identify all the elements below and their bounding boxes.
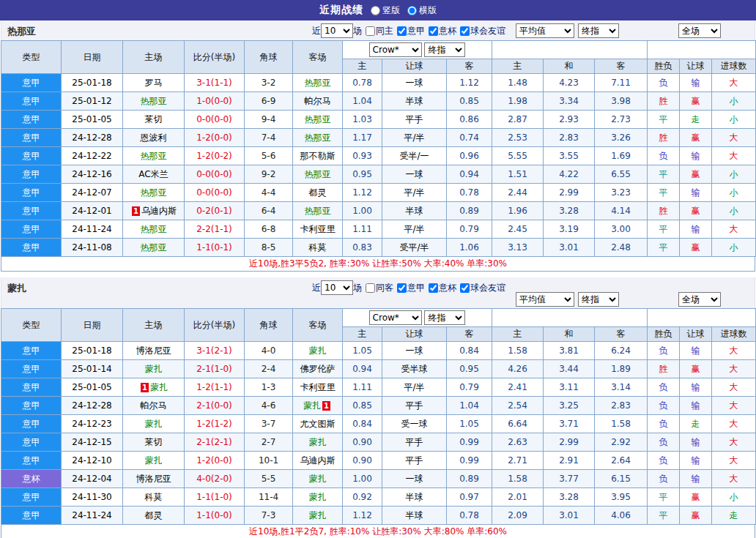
home-team: 蒙扎 bbox=[123, 415, 185, 433]
layout-radio-horizontal[interactable]: 横版 bbox=[407, 4, 437, 17]
team-name[interactable]: 蒙扎 bbox=[309, 345, 327, 356]
team-name[interactable]: 蒙扎 bbox=[309, 474, 327, 484]
result: 负 bbox=[648, 147, 680, 165]
avg-odds-draw: 2.99 bbox=[544, 184, 595, 202]
league-type: 意甲 bbox=[1, 433, 62, 452]
avg-odds-select[interactable]: 平均值 bbox=[516, 23, 574, 38]
team-name[interactable]: 那不勒斯 bbox=[300, 151, 336, 161]
team-name[interactable]: 蒙扎 bbox=[309, 437, 327, 447]
filter-serie-a-checkbox[interactable] bbox=[397, 283, 407, 293]
away-team: 热那亚 bbox=[293, 129, 343, 147]
team-name[interactable]: 热那亚 bbox=[305, 114, 331, 124]
team-name[interactable]: 科莫 bbox=[145, 492, 163, 502]
team-name[interactable]: 蒙扎 bbox=[145, 419, 163, 429]
team-name[interactable]: 热那亚 bbox=[141, 242, 167, 253]
filter-same-home-checkbox[interactable] bbox=[366, 26, 375, 36]
team-name[interactable]: 帕尔马 bbox=[141, 400, 167, 411]
layout-radio-horizontal-input[interactable] bbox=[407, 6, 417, 15]
team-name[interactable]: 蒙扎 bbox=[145, 455, 163, 466]
league-type: 意甲 bbox=[1, 202, 62, 220]
team-name[interactable]: 热那亚 bbox=[141, 187, 167, 198]
team-name[interactable]: AC米兰 bbox=[138, 169, 168, 179]
recent-count-select[interactable]: 10 bbox=[321, 280, 353, 295]
match-row: 意甲24-12-22热那亚1-2(0-2)5-6那不勒斯0.93受半/一0.96… bbox=[1, 147, 756, 165]
team-name[interactable]: 科莫 bbox=[309, 242, 327, 253]
home-team: 莱切 bbox=[123, 433, 185, 452]
filter-serie-a[interactable]: 意甲 bbox=[397, 25, 425, 37]
filter-club-friendly-checkbox[interactable] bbox=[460, 26, 470, 36]
col-type: 类型 bbox=[1, 309, 62, 342]
scope-select[interactable]: 全场 bbox=[678, 23, 721, 38]
team-name[interactable]: 卡利亚里 bbox=[300, 224, 336, 234]
avg-odds-away: 4.06 bbox=[595, 507, 648, 525]
handicap-odds-away: 0.78 bbox=[447, 184, 492, 202]
filter-same-away[interactable]: 同客 bbox=[366, 282, 393, 294]
team-name[interactable]: 卡利亚里 bbox=[300, 382, 336, 392]
team-name[interactable]: 莱切 bbox=[145, 114, 163, 124]
layout-radio-vertical[interactable]: 竖版 bbox=[371, 4, 400, 17]
team-name[interactable]: 莱切 bbox=[145, 437, 163, 447]
recent-count-select[interactable]: 10 bbox=[321, 23, 353, 38]
filter-coppa-italia[interactable]: 意杯 bbox=[429, 282, 456, 294]
team-name[interactable]: 罗马 bbox=[145, 78, 163, 88]
avg-odds-draw: 3.71 bbox=[544, 415, 595, 433]
match-date: 24-11-24 bbox=[62, 220, 123, 239]
away-team: 蒙扎1 bbox=[293, 397, 343, 415]
team-name[interactable]: 热那亚 bbox=[305, 206, 331, 216]
filter-coppa-italia-checkbox[interactable] bbox=[429, 283, 438, 293]
layout-radio-vertical-input[interactable] bbox=[371, 6, 380, 15]
avg-odds-home: 1.98 bbox=[492, 92, 544, 111]
odds-final-select[interactable]: 终指 bbox=[424, 310, 465, 325]
filter-serie-a[interactable]: 意甲 bbox=[397, 282, 425, 294]
bookmaker-select[interactable]: Crow* bbox=[369, 310, 422, 325]
team-name[interactable]: 恩波利 bbox=[141, 132, 167, 143]
col-corner: 角球 bbox=[245, 41, 293, 74]
filter-coppa-italia[interactable]: 意杯 bbox=[429, 25, 456, 37]
team-name[interactable]: 乌迪内斯 bbox=[300, 455, 336, 466]
team-name[interactable]: 蒙扎 bbox=[309, 510, 327, 520]
bookmaker-select[interactable]: Crow* bbox=[369, 42, 422, 57]
avg-final-select[interactable]: 终指 bbox=[578, 23, 619, 38]
team-name[interactable]: 尤文图斯 bbox=[300, 419, 336, 429]
team-name[interactable]: 都灵 bbox=[145, 510, 163, 520]
filter-club-friendly[interactable]: 球会友谊 bbox=[460, 282, 505, 294]
home-team: 热那亚 bbox=[123, 239, 185, 257]
filter-serie-a-checkbox[interactable] bbox=[397, 26, 407, 36]
away-team: 科莫 bbox=[293, 239, 343, 257]
handicap-odds-home: 1.12 bbox=[343, 507, 382, 525]
team-name[interactable]: 乌迪内斯 bbox=[141, 206, 177, 216]
team-name[interactable]: 佛罗伦萨 bbox=[300, 364, 336, 374]
team-name[interactable]: 帕尔马 bbox=[305, 96, 331, 106]
team-name[interactable]: 蒙扎 bbox=[303, 400, 321, 411]
avg-odds-select[interactable]: 平均值 bbox=[516, 292, 574, 307]
team-name[interactable]: 热那亚 bbox=[305, 132, 331, 143]
team-name[interactable]: 热那亚 bbox=[141, 224, 167, 234]
home-team: 1乌迪内斯 bbox=[123, 202, 185, 220]
team-name[interactable]: 热那亚 bbox=[305, 169, 331, 179]
filter-label: 同客 bbox=[376, 282, 393, 294]
odds-final-select[interactable]: 终指 bbox=[424, 42, 465, 57]
team-name[interactable]: 热那亚 bbox=[305, 78, 331, 88]
avg-final-select[interactable]: 终指 bbox=[578, 292, 619, 307]
handicap-odds-away: 0.97 bbox=[447, 488, 492, 507]
avg-odds-away: 3.00 bbox=[595, 220, 648, 239]
filter-same-away-checkbox[interactable] bbox=[366, 283, 375, 293]
filter-club-friendly[interactable]: 球会友谊 bbox=[460, 25, 505, 37]
handicap-line: 受半球 bbox=[382, 360, 447, 378]
team-name[interactable]: 博洛尼亚 bbox=[136, 474, 171, 484]
team-name[interactable]: 蒙扎 bbox=[309, 492, 327, 502]
team-name[interactable]: 蒙扎 bbox=[145, 364, 163, 374]
league-type: 意甲 bbox=[1, 488, 62, 507]
scope-select[interactable]: 全场 bbox=[678, 292, 721, 307]
team-name[interactable]: 热那亚 bbox=[141, 151, 167, 161]
team-name[interactable]: 都灵 bbox=[309, 187, 327, 198]
team-name[interactable]: 蒙扎 bbox=[150, 382, 168, 392]
team-name[interactable]: 博洛尼亚 bbox=[136, 345, 171, 356]
goals-result: 大 bbox=[712, 147, 756, 165]
team-name[interactable]: 热那亚 bbox=[141, 96, 167, 106]
filter-coppa-italia-checkbox[interactable] bbox=[429, 26, 438, 36]
filter-same-home[interactable]: 同主 bbox=[366, 25, 393, 37]
filter-club-friendly-checkbox[interactable] bbox=[460, 283, 470, 293]
match-score: 2-1(0-0) bbox=[185, 397, 245, 415]
handicap-line: 平/半 bbox=[382, 378, 447, 397]
